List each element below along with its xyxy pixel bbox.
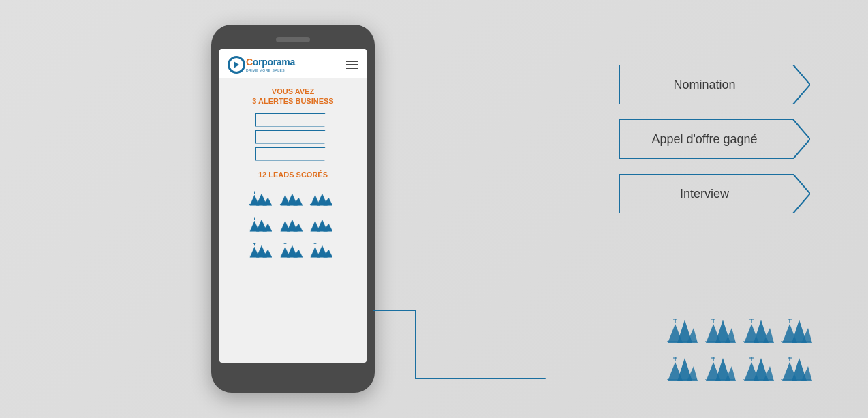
- hamburger-line: [346, 68, 358, 69]
- phone-header: Corporama DRIVE MORE SALES: [219, 49, 367, 78]
- lead-icon: [249, 210, 272, 233]
- tag-interview-shape: Interview: [619, 174, 810, 213]
- logo: Corporama DRIVE MORE SALES: [228, 56, 295, 74]
- phone-content: VOUS AVEZ 3 ALERTES BUSINESS 12 LEADS S: [219, 78, 367, 363]
- tag-nomination[interactable]: Nomination: [619, 65, 810, 104]
- badge-shape: [255, 113, 330, 127]
- lead-icon: [309, 236, 332, 259]
- lead-icon: [249, 184, 272, 207]
- logo-tagline: DRIVE MORE SALES: [246, 68, 295, 72]
- lead-icon: [743, 354, 777, 388]
- lead-icon: [309, 184, 332, 207]
- lead-icon: [666, 354, 700, 388]
- lead-icon: [279, 236, 303, 259]
- leads-title: 12 LEADS SCORÉS: [258, 170, 328, 179]
- lead-icon: [704, 354, 739, 388]
- hamburger-line: [346, 64, 358, 65]
- badge-shape: [255, 147, 330, 161]
- logo-text: Corporama: [246, 57, 295, 68]
- main-container: Corporama DRIVE MORE SALES VOUS AVEZ 3 A…: [0, 0, 868, 418]
- badge-item[interactable]: [255, 147, 330, 161]
- right-tags-panel: Nomination Appel d'offre gagné Interview: [619, 65, 810, 228]
- hamburger-line: [346, 61, 358, 62]
- lead-icon: [704, 316, 739, 350]
- phone-mockup: Corporama DRIVE MORE SALES VOUS AVEZ 3 A…: [211, 25, 375, 393]
- tag-nomination-shape: Nomination: [619, 65, 810, 104]
- right-leads-grid: [666, 316, 815, 388]
- phone-leads-grid: [249, 184, 337, 259]
- lead-icon: [279, 210, 303, 233]
- lead-icon: [781, 316, 815, 350]
- tag-appel-text: Appel d'offre gagné: [651, 132, 757, 146]
- lead-icon: [743, 316, 777, 350]
- badge-item[interactable]: [255, 113, 330, 127]
- tag-interview[interactable]: Interview: [619, 174, 810, 213]
- phone-speaker: [276, 37, 310, 42]
- tag-nomination-text: Nomination: [673, 78, 735, 91]
- tag-appel[interactable]: Appel d'offre gagné: [619, 119, 810, 159]
- lead-icon: [279, 184, 303, 207]
- logo-text-container: Corporama DRIVE MORE SALES: [246, 57, 295, 72]
- phone-screen: Corporama DRIVE MORE SALES VOUS AVEZ 3 A…: [219, 49, 367, 363]
- badges-container: [226, 113, 360, 161]
- lead-icon: [666, 316, 700, 350]
- badge-item[interactable]: [255, 130, 330, 144]
- alert-title: VOUS AVEZ 3 ALERTES BUSINESS: [252, 87, 333, 106]
- badge-shape: [255, 130, 330, 144]
- tag-interview-text: Interview: [680, 187, 730, 200]
- lead-icon: [781, 354, 815, 388]
- hamburger-menu-icon[interactable]: [346, 61, 358, 69]
- logo-circle-icon: [228, 56, 245, 74]
- tag-appel-shape: Appel d'offre gagné: [619, 119, 810, 159]
- lead-icon: [309, 210, 332, 233]
- lead-icon: [249, 236, 272, 259]
